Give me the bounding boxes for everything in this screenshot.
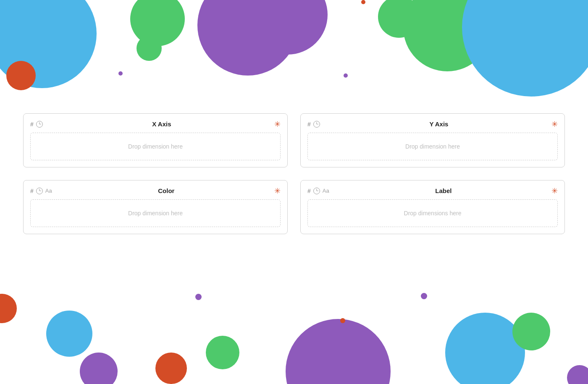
label-drop-zone[interactable]: Drop dimensions here [307, 199, 558, 227]
y-axis-panel: # Y Axis ✳ Drop dimension here [300, 113, 565, 167]
y-axis-header: # Y Axis ✳ [307, 120, 558, 128]
label-title: Label [329, 187, 558, 194]
y-axis-asterisk: ✳ [551, 120, 558, 129]
y-axis-icons: # [307, 121, 320, 128]
decorative-bubble [361, 0, 365, 4]
x-axis-title: X Axis [43, 120, 281, 128]
clock-icon [313, 188, 320, 194]
decorative-bubble [421, 293, 427, 299]
decorative-bubble [46, 311, 92, 357]
decorative-bubble [195, 294, 202, 300]
decorative-bubble [462, 0, 588, 97]
x-axis-header: # X Axis ✳ [30, 120, 281, 128]
color-icons: # Aa [30, 188, 52, 194]
color-placeholder: Drop dimension here [128, 210, 183, 217]
x-axis-icons: # [30, 121, 43, 128]
clock-icon [313, 121, 320, 128]
color-header: # Aa Color ✳ [30, 187, 281, 194]
decorative-bubble [445, 313, 525, 384]
color-asterisk: ✳ [274, 186, 281, 196]
y-axis-title: Y Axis [320, 120, 558, 128]
x-axis-panel: # X Axis ✳ Drop dimension here [23, 113, 288, 167]
label-icons: # Aa [307, 188, 329, 194]
decorative-bubble [512, 313, 550, 350]
hash-icon: # [30, 121, 34, 128]
decorative-bubble [136, 36, 162, 61]
y-axis-drop-zone[interactable]: Drop dimension here [307, 133, 558, 160]
decorative-bubble [521, 0, 588, 63]
decorative-bubble [206, 336, 239, 369]
decorative-bubble [340, 318, 345, 323]
decorative-bubble [248, 0, 328, 55]
panels-grid: # X Axis ✳ Drop dimension here # Y Axis … [23, 113, 565, 234]
decorative-bubble [0, 0, 97, 88]
decorative-bubble [286, 319, 391, 384]
decorative-bubble [567, 365, 588, 384]
hash-icon: # [30, 188, 34, 194]
decorative-bubble [0, 294, 17, 323]
decorative-bubble [344, 73, 348, 78]
decorative-bubble [80, 353, 118, 384]
decorative-bubble [197, 0, 298, 76]
aa-icon: Aa [323, 188, 329, 194]
label-panel: # Aa Label ✳ Drop dimensions here [300, 180, 565, 234]
x-axis-placeholder: Drop dimension here [128, 143, 183, 150]
clock-icon [36, 188, 43, 194]
color-drop-zone[interactable]: Drop dimension here [30, 199, 281, 227]
x-axis-drop-zone[interactable]: Drop dimension here [30, 133, 281, 160]
decorative-bubble [155, 353, 187, 384]
label-header: # Aa Label ✳ [307, 187, 558, 194]
color-title: Color [52, 187, 281, 194]
label-placeholder: Drop dimensions here [404, 210, 462, 217]
clock-icon [36, 121, 43, 128]
decorative-bubble [378, 0, 420, 38]
x-axis-asterisk: ✳ [274, 120, 281, 129]
label-asterisk: ✳ [551, 186, 558, 196]
decorative-bubble [118, 71, 123, 76]
color-panel: # Aa Color ✳ Drop dimension here [23, 180, 288, 234]
hash-icon: # [307, 121, 311, 128]
decorative-bubble [130, 0, 185, 46]
hash-icon: # [307, 188, 311, 194]
decorative-bubble [6, 61, 36, 90]
aa-icon: Aa [45, 188, 52, 194]
decorative-bubble [403, 0, 491, 71]
y-axis-placeholder: Drop dimension here [405, 143, 460, 150]
